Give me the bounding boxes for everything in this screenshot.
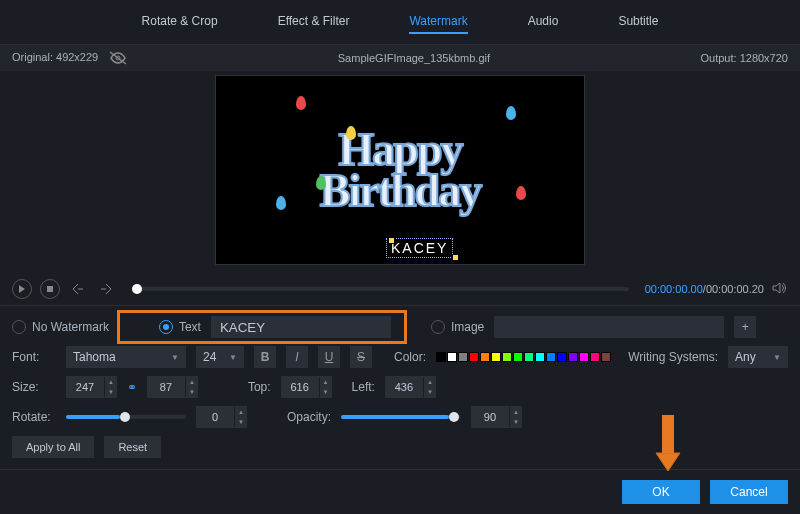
watermark-text-input[interactable]: [211, 316, 391, 338]
opacity-value-spinner[interactable]: ▲▼: [471, 406, 522, 428]
output-dimensions: Output: 1280x720: [701, 52, 788, 64]
stop-button[interactable]: [40, 279, 60, 299]
video-preview[interactable]: Happy Birthday KACEY: [215, 75, 585, 265]
watermark-image-input[interactable]: [494, 316, 724, 338]
visibility-toggle-icon[interactable]: [109, 51, 127, 65]
color-swatch[interactable]: [590, 352, 600, 362]
tab-rotate-crop[interactable]: Rotate & Crop: [142, 10, 218, 34]
size-label: Size:: [12, 380, 56, 394]
writing-systems-label: Writing Systems:: [628, 350, 718, 364]
color-swatch[interactable]: [469, 352, 479, 362]
height-spinner[interactable]: ▲▼: [147, 376, 198, 398]
top-spinner[interactable]: ▲▼: [281, 376, 332, 398]
color-swatch[interactable]: [557, 352, 567, 362]
color-swatch[interactable]: [568, 352, 578, 362]
font-size-select[interactable]: 24▼: [196, 346, 244, 368]
opacity-label: Opacity:: [287, 410, 331, 424]
tab-effect-filter[interactable]: Effect & Filter: [278, 10, 350, 34]
volume-icon[interactable]: [772, 281, 788, 298]
tabs-bar: Rotate & Crop Effect & Filter Watermark …: [0, 0, 800, 45]
footer: OK Cancel: [0, 469, 800, 514]
color-swatches: [436, 352, 611, 362]
color-swatch[interactable]: [491, 352, 501, 362]
apply-to-all-button[interactable]: Apply to All: [12, 436, 94, 458]
rotate-value-spinner[interactable]: ▲▼: [196, 406, 247, 428]
info-bar: Original: 492x229 SampleGIFImage_135kbmb…: [0, 45, 800, 71]
preview-area: Happy Birthday KACEY: [0, 71, 800, 273]
color-swatch[interactable]: [535, 352, 545, 362]
radio-no-watermark[interactable]: No Watermark: [12, 320, 109, 334]
play-button[interactable]: [12, 279, 32, 299]
bold-button[interactable]: B: [254, 346, 276, 368]
color-label: Color:: [394, 350, 426, 364]
rotate-label: Rotate:: [12, 410, 56, 424]
playback-bar: 00:00:00.00/00:00:00.20: [0, 273, 800, 306]
writing-systems-select[interactable]: Any▼: [728, 346, 788, 368]
color-swatch[interactable]: [447, 352, 457, 362]
strikethrough-button[interactable]: S: [350, 346, 372, 368]
left-spinner[interactable]: ▲▼: [385, 376, 436, 398]
color-swatch[interactable]: [546, 352, 556, 362]
tab-watermark[interactable]: Watermark: [409, 10, 467, 34]
color-swatch[interactable]: [436, 352, 446, 362]
playback-knob[interactable]: [132, 284, 142, 294]
cancel-button[interactable]: Cancel: [710, 480, 788, 504]
tab-subtitle[interactable]: Subtitle: [618, 10, 658, 34]
svg-rect-1: [47, 286, 53, 292]
color-swatch[interactable]: [601, 352, 611, 362]
left-label: Left:: [352, 380, 375, 394]
filename-label: SampleGIFImage_135kbmb.gif: [338, 52, 490, 64]
link-dimensions-icon[interactable]: ⚭: [127, 380, 137, 394]
add-image-button[interactable]: +: [734, 316, 756, 338]
controls-panel: No Watermark Text Image + Font: Tahoma▼ …: [0, 306, 800, 470]
color-swatch[interactable]: [579, 352, 589, 362]
color-swatch[interactable]: [480, 352, 490, 362]
rotate-slider[interactable]: [66, 415, 186, 419]
font-label: Font:: [12, 350, 56, 364]
preview-text-line1: Happy: [339, 129, 462, 170]
color-swatch[interactable]: [502, 352, 512, 362]
color-swatch[interactable]: [513, 352, 523, 362]
playback-track[interactable]: [132, 287, 629, 291]
tab-audio[interactable]: Audio: [528, 10, 559, 34]
ok-button[interactable]: OK: [622, 480, 700, 504]
original-dimensions: Original: 492x229: [12, 51, 98, 63]
color-swatch[interactable]: [458, 352, 468, 362]
preview-text-line2: Birthday: [320, 170, 480, 211]
underline-button[interactable]: U: [318, 346, 340, 368]
next-frame-button[interactable]: [96, 279, 116, 299]
italic-button[interactable]: I: [286, 346, 308, 368]
font-family-select[interactable]: Tahoma▼: [66, 346, 186, 368]
opacity-slider[interactable]: [341, 415, 461, 419]
watermark-overlay[interactable]: KACEY: [386, 238, 453, 258]
radio-image-watermark[interactable]: Image: [431, 320, 484, 334]
radio-text-watermark[interactable]: Text: [159, 320, 201, 334]
prev-frame-button[interactable]: [68, 279, 88, 299]
color-swatch[interactable]: [524, 352, 534, 362]
width-spinner[interactable]: ▲▼: [66, 376, 117, 398]
reset-button[interactable]: Reset: [104, 436, 161, 458]
top-label: Top:: [248, 380, 271, 394]
time-display: 00:00:00.00/00:00:00.20: [645, 283, 764, 295]
